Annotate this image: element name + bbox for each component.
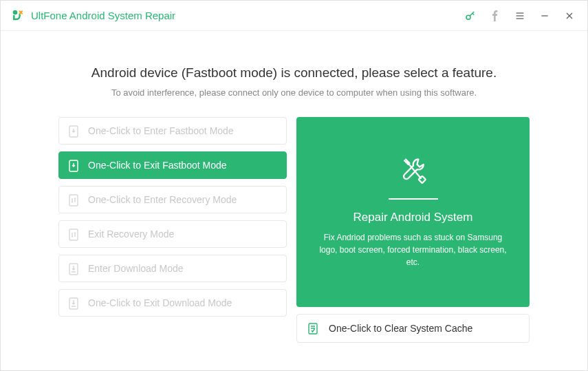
enter-download-button[interactable]: Enter Download Mode: [58, 255, 287, 282]
clear-cache-label: One-Click to Clear System Cache: [329, 323, 472, 334]
svg-point-0: [13, 10, 18, 14]
page-subhead: To avoid interference, please connect on…: [58, 87, 530, 98]
page-headline: Android device (Fastboot mode) is connec…: [58, 65, 530, 81]
hero-description: Fix Andriod problems such as stuck on Sa…: [317, 231, 509, 268]
hero-divider: [389, 198, 438, 200]
svg-point-1: [466, 15, 470, 19]
main-content: Android device (Fastboot mode) is connec…: [1, 31, 587, 370]
exit-download-button[interactable]: One-Click to Exit Download Mode: [58, 289, 287, 317]
option-label: One-Click to Exit Fastboot Mode: [88, 160, 227, 171]
titlebar-controls: [459, 5, 580, 27]
svg-rect-10: [69, 195, 78, 206]
option-label: One-Click to Enter Fastboot Mode: [88, 125, 234, 136]
left-options-column: One-Click to Enter Fastboot Mode One-Cli…: [58, 117, 287, 343]
phone-download-icon: [69, 263, 78, 274]
option-label: Exit Recovery Mode: [88, 229, 174, 240]
facebook-icon[interactable]: [484, 5, 506, 27]
hero-title: Repair Android System: [353, 211, 473, 224]
exit-fastboot-button[interactable]: One-Click to Exit Fastboot Mode: [58, 151, 287, 179]
phone-down-icon: [69, 125, 78, 136]
repair-system-card[interactable]: Repair Android System Fix Andriod proble…: [296, 117, 530, 307]
phone-swap-icon: [69, 229, 78, 240]
menu-icon[interactable]: [509, 5, 531, 27]
clear-cache-button[interactable]: One-Click to Clear System Cache: [296, 314, 530, 343]
phone-down-icon: [69, 160, 78, 171]
titlebar: UltFone Android System Repair: [1, 1, 587, 31]
app-logo-icon: [12, 9, 25, 23]
tools-icon: [398, 156, 428, 186]
option-label: One-Click to Exit Download Mode: [88, 297, 232, 308]
close-button[interactable]: [558, 5, 580, 27]
phone-swap-icon: [69, 194, 78, 205]
option-label: One-Click to Enter Recovery Mode: [88, 194, 237, 205]
app-window: UltFone Android System Repair: [0, 0, 588, 371]
right-column: Repair Android System Fix Andriod proble…: [296, 117, 530, 343]
exit-recovery-button[interactable]: Exit Recovery Mode: [58, 220, 287, 248]
svg-rect-11: [69, 229, 78, 240]
app-title: UltFone Android System Repair: [31, 10, 175, 21]
enter-fastboot-button[interactable]: One-Click to Enter Fastboot Mode: [58, 117, 287, 145]
app-logo-group: UltFone Android System Repair: [12, 9, 175, 23]
feature-grid: One-Click to Enter Fastboot Mode One-Cli…: [58, 117, 530, 343]
trash-icon: [307, 322, 319, 335]
key-icon[interactable]: [459, 5, 481, 27]
minimize-button[interactable]: [534, 5, 556, 27]
option-label: Enter Download Mode: [88, 263, 184, 274]
phone-download-icon: [69, 297, 78, 308]
enter-recovery-button[interactable]: One-Click to Enter Recovery Mode: [58, 186, 287, 213]
